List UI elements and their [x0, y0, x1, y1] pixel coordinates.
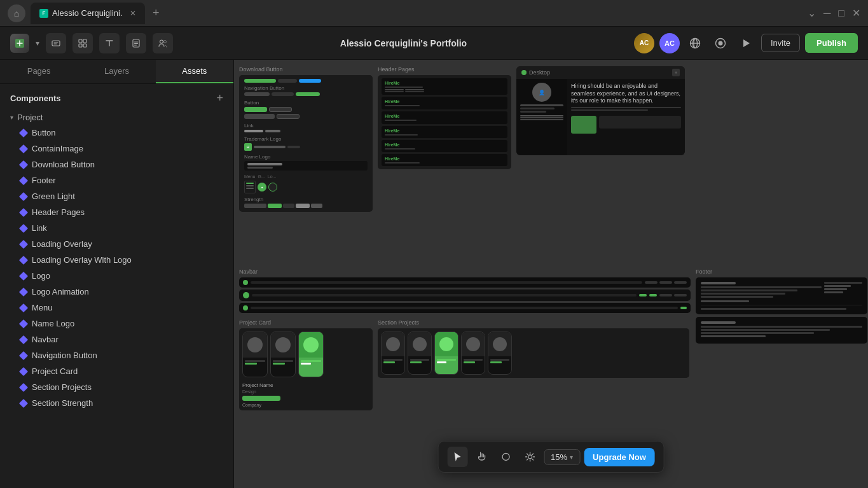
- toolbar-grid-button[interactable]: [72, 33, 93, 53]
- circle-tool-button[interactable]: [495, 447, 516, 467]
- svg-point-15: [528, 455, 532, 459]
- zoom-control[interactable]: 15% ▾: [544, 449, 580, 465]
- record-button[interactable]: [710, 33, 731, 53]
- component-diamond-icon: [19, 351, 28, 359]
- section-phone-1: [381, 331, 405, 375]
- browser-window-controls: ⌄ ─ □ ✕: [808, 7, 860, 19]
- component-diamond-icon: [19, 144, 28, 153]
- canvas-area[interactable]: Download Button Navigation Button: [234, 60, 868, 488]
- component-label: Logo: [32, 271, 50, 281]
- component-item-logo[interactable]: Logo: [5, 268, 228, 284]
- component-item-header-pages[interactable]: Header Pages: [5, 204, 228, 220]
- component-label: Navigation Button: [32, 351, 97, 360]
- toolbar-people-button[interactable]: [153, 33, 173, 53]
- component-diamond-icon: [19, 160, 28, 169]
- section-phone-3: [434, 331, 458, 375]
- component-diamond-icon: [19, 239, 28, 248]
- browser-minimize-button[interactable]: ─: [823, 8, 830, 19]
- svg-rect-3: [83, 39, 86, 43]
- component-label: Project Card: [32, 366, 78, 376]
- component-diamond-icon: [19, 366, 28, 375]
- component-diamond-icon: [19, 319, 28, 328]
- browser-tab[interactable]: F Alessio Cerquiglini. ✕: [31, 3, 145, 24]
- toolbar-document-button[interactable]: [126, 33, 146, 53]
- component-diamond-icon: [19, 271, 28, 280]
- project-group-header[interactable]: ▾ Project: [5, 110, 228, 125]
- component-label: Navbar: [32, 335, 59, 344]
- publish-button[interactable]: Publish: [805, 33, 858, 53]
- component-item-button[interactable]: Button: [5, 125, 228, 141]
- component-label: Name Logo: [32, 319, 74, 328]
- new-tab-button[interactable]: +: [150, 4, 162, 22]
- download-button-label: Download Button: [239, 66, 373, 73]
- app-logo[interactable]: [10, 34, 29, 53]
- component-diamond-icon: [19, 192, 28, 200]
- svg-point-7: [160, 40, 163, 43]
- main-layout: Pages Layers Assets Components + ▾ Proje…: [0, 60, 868, 488]
- tab-close-button[interactable]: ✕: [130, 9, 136, 18]
- header-pages-label: Header Pages: [378, 66, 511, 73]
- cursor-tool-button[interactable]: [447, 447, 467, 467]
- component-label: Loading Overlay With Logo: [32, 255, 132, 265]
- pages-tab[interactable]: Pages: [0, 60, 78, 83]
- component-item-loading-overlay[interactable]: Loading Overlay: [5, 236, 228, 252]
- panel-tabs: Pages Layers Assets: [0, 60, 233, 84]
- desktop-label: Desktop: [529, 69, 550, 76]
- component-item-navigation-button[interactable]: Navigation Button: [5, 347, 228, 363]
- hand-tool-button[interactable]: [471, 447, 492, 467]
- avatar[interactable]: AC: [634, 33, 654, 53]
- left-panel: Pages Layers Assets Components + ▾ Proje…: [0, 60, 234, 488]
- group-label: Project: [17, 113, 43, 122]
- component-item-menu[interactable]: Menu: [5, 300, 228, 316]
- upgrade-button[interactable]: Upgrade Now: [584, 448, 655, 466]
- component-item-section-projects[interactable]: Section Projects: [5, 379, 228, 395]
- components-section-header: Components +: [0, 84, 233, 110]
- layers-tab[interactable]: Layers: [78, 60, 155, 83]
- assets-tab[interactable]: Assets: [156, 60, 233, 83]
- toolbar-text-button[interactable]: [99, 33, 120, 53]
- browser-chrome: ⌂ F Alessio Cerquiglini. ✕ + ⌄ ─ □ ✕: [0, 0, 868, 27]
- globe-button[interactable]: [685, 33, 705, 53]
- component-item-download-button[interactable]: Download Button: [5, 157, 228, 172]
- component-item-contain-image[interactable]: ContainImage: [5, 141, 228, 157]
- component-item-green-light[interactable]: Green Light: [5, 188, 228, 204]
- add-component-button[interactable]: +: [216, 92, 223, 105]
- home-button[interactable]: ⌂: [8, 4, 25, 22]
- component-label: Button: [32, 128, 56, 137]
- brightness-tool-button[interactable]: [520, 447, 540, 467]
- component-diamond-icon: [19, 207, 28, 216]
- component-diamond-icon: [19, 398, 28, 407]
- user-initials-badge[interactable]: AC: [659, 33, 680, 53]
- component-label: Menu: [32, 303, 53, 312]
- component-label: Header Pages: [32, 207, 85, 217]
- canvas-background: Download Button Navigation Button: [234, 60, 868, 488]
- component-item-link[interactable]: Link: [5, 220, 228, 236]
- component-diamond-icon: [19, 382, 28, 391]
- project-card-label: Project Card: [239, 319, 373, 326]
- component-label: Link: [32, 223, 47, 233]
- component-diamond-icon: [19, 128, 28, 137]
- component-group: ▾ Project Button ContainImage Download B…: [0, 110, 233, 411]
- component-item-loading-overlay-logo[interactable]: Loading Overlay With Logo: [5, 252, 228, 268]
- browser-collapse-button[interactable]: ⌄: [808, 7, 816, 19]
- svg-point-8: [164, 40, 167, 43]
- toolbar-chevron-icon[interactable]: ▾: [36, 39, 39, 48]
- toolbar-add-button[interactable]: [46, 33, 66, 53]
- component-item-navbar[interactable]: Navbar: [5, 331, 228, 347]
- browser-close-button[interactable]: ✕: [852, 7, 860, 19]
- svg-marker-13: [743, 39, 750, 47]
- app-toolbar: ▾ Alessio Cerquiglini's P: [0, 27, 868, 60]
- browser-maximize-button[interactable]: □: [838, 8, 844, 19]
- component-item-project-card[interactable]: Project Card: [5, 363, 228, 379]
- tab-favicon: F: [39, 9, 48, 18]
- component-item-footer[interactable]: Footer: [5, 172, 228, 188]
- component-diamond-icon: [19, 223, 28, 232]
- component-diamond-icon: [19, 287, 28, 296]
- section-title: Components: [10, 94, 60, 103]
- component-label: Footer: [32, 176, 56, 185]
- play-button[interactable]: [736, 33, 756, 53]
- invite-button[interactable]: Invite: [761, 34, 800, 52]
- component-item-section-strength[interactable]: Section Strength: [5, 395, 228, 411]
- component-item-name-logo[interactable]: Name Logo: [5, 316, 228, 331]
- component-item-logo-animation[interactable]: Logo Animation: [5, 284, 228, 300]
